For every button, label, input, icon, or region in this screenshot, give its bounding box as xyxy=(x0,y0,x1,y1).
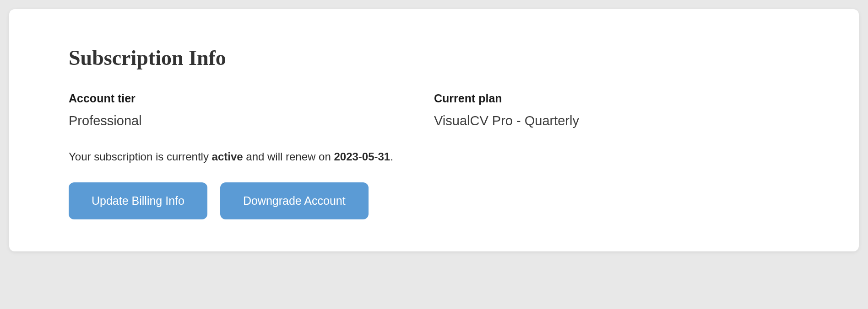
status-state: active xyxy=(212,150,243,163)
subscription-status-text: Your subscription is currently active an… xyxy=(69,150,799,163)
subscription-info-card: Subscription Info Account tier Professio… xyxy=(9,9,859,251)
button-row: Update Billing Info Downgrade Account xyxy=(69,182,799,219)
status-prefix: Your subscription is currently xyxy=(69,150,212,163)
status-renew-date: 2023-05-31 xyxy=(334,150,390,163)
account-tier-value: Professional xyxy=(69,113,434,128)
update-billing-button[interactable]: Update Billing Info xyxy=(69,182,207,219)
info-grid: Account tier Professional Current plan V… xyxy=(69,92,799,128)
status-suffix: . xyxy=(390,150,393,163)
account-tier-label: Account tier xyxy=(69,92,434,105)
current-plan-block: Current plan VisualCV Pro - Quarterly xyxy=(434,92,799,128)
account-tier-block: Account tier Professional xyxy=(69,92,434,128)
section-title: Subscription Info xyxy=(69,46,799,70)
current-plan-value: VisualCV Pro - Quarterly xyxy=(434,113,799,128)
status-middle: and will renew on xyxy=(243,150,334,163)
downgrade-account-button[interactable]: Downgrade Account xyxy=(220,182,369,219)
current-plan-label: Current plan xyxy=(434,92,799,105)
